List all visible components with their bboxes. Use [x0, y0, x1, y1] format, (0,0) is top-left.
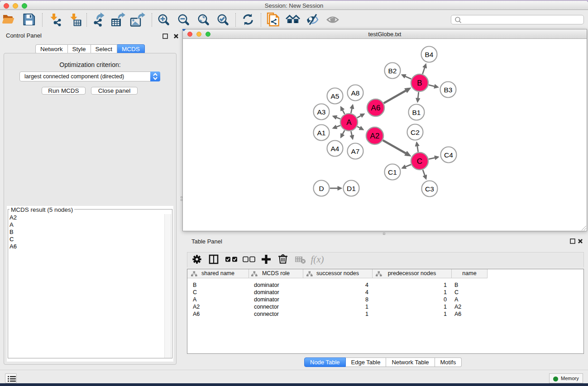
svg-text:C1: C1 — [388, 168, 397, 176]
svg-text:A6: A6 — [371, 104, 381, 112]
svg-text:A8: A8 — [351, 89, 360, 97]
svg-text:D: D — [319, 185, 324, 192]
svg-text:A4: A4 — [331, 145, 339, 152]
svg-text:C4: C4 — [444, 151, 453, 159]
svg-text:B: B — [417, 79, 422, 87]
svg-text:A: A — [346, 118, 352, 127]
svg-text:A1: A1 — [317, 129, 326, 137]
svg-text:C2: C2 — [411, 129, 420, 136]
svg-text:A2: A2 — [370, 132, 380, 140]
svg-text:B2: B2 — [388, 67, 397, 75]
svg-text:C: C — [417, 157, 422, 166]
svg-text:B4: B4 — [425, 51, 434, 58]
svg-text:A5: A5 — [331, 92, 339, 100]
svg-text:B1: B1 — [412, 109, 421, 116]
svg-text:B3: B3 — [444, 86, 453, 94]
svg-text:A7: A7 — [351, 148, 360, 155]
svg-text:D1: D1 — [347, 185, 356, 192]
svg-text:A3: A3 — [317, 108, 326, 116]
svg-text:C3: C3 — [425, 185, 434, 193]
svg-text:f(x): f(x) — [311, 254, 324, 265]
